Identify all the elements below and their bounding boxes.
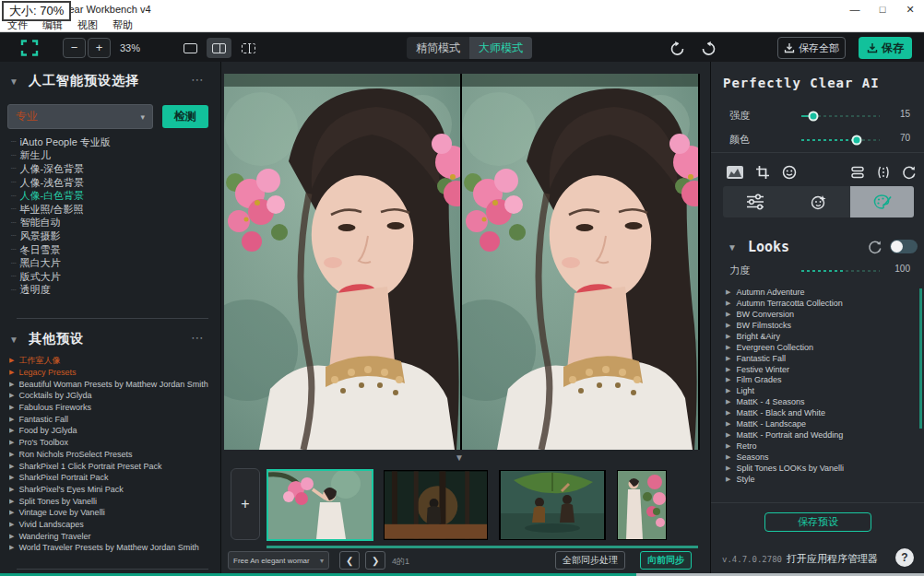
other-preset-item[interactable]: ▶ Fantastic Fall <box>9 413 218 425</box>
ai-preset-dropdown[interactable]: 专业 ▾ <box>7 104 153 129</box>
thumbnail-2[interactable] <box>384 470 488 540</box>
app-manager-link[interactable]: 打开应用程序管理器 <box>787 552 878 566</box>
look-item[interactable]: ▶ Evergreen Collection <box>726 342 915 353</box>
save-preset-button[interactable]: 保存预设 <box>764 512 871 532</box>
color-slider[interactable] <box>801 139 880 141</box>
other-preset-item[interactable]: ▶ World Traveler Presets by Matthew Jord… <box>9 542 218 554</box>
slider-thumb[interactable] <box>851 135 861 146</box>
look-item[interactable]: ▶ Style <box>726 474 915 485</box>
look-item[interactable]: ▶ MattK - Portrait and Wedding <box>726 429 915 441</box>
menu-item[interactable]: 视图 <box>77 18 98 32</box>
view-compare-button[interactable] <box>236 38 261 58</box>
look-item[interactable]: ▶ Seasons <box>726 452 915 463</box>
ai-preset-item[interactable]: ┄ 透明度 <box>11 284 209 298</box>
ai-preset-item[interactable]: ┄ 智能自动 <box>11 217 209 230</box>
flip-horizontal-button[interactable] <box>873 162 894 182</box>
crop-button[interactable] <box>752 162 773 182</box>
slider-thumb[interactable] <box>808 112 818 122</box>
look-item[interactable]: ▶ Retro <box>726 441 915 452</box>
ai-preset-item[interactable]: ┄ 新生儿 <box>11 149 209 163</box>
maximize-button[interactable]: □ <box>869 0 896 18</box>
other-preset-item[interactable]: ▶ SharkPixel Portrait Pack <box>9 472 218 484</box>
fit-screen-button[interactable] <box>20 38 41 58</box>
ai-preset-item[interactable]: ┄ 版式大片 <box>11 270 209 284</box>
ai-section-header[interactable]: ▼ 人工智能预设选择 <box>9 73 139 89</box>
look-item[interactable]: ▶ BW Conversion <box>726 309 915 320</box>
sync-forward-button[interactable]: 向前同步 <box>640 551 692 570</box>
ai-preset-item[interactable]: ┄ 风景摄影 <box>11 229 209 243</box>
ai-preset-item[interactable]: ┄ 人像-浅色背景 <box>11 176 209 190</box>
redo-button[interactable] <box>696 37 720 59</box>
other-preset-item[interactable]: ▶ Vintage Love by Vanelli <box>9 507 218 519</box>
ai-preset-item[interactable]: ┄ 人像-深色背景 <box>11 162 209 176</box>
previous-photo-button[interactable]: ❮ <box>339 551 360 570</box>
look-item[interactable]: ▶ MattK - Black and White <box>726 407 915 418</box>
ai-section-menu-dots[interactable]: ⋯ <box>185 71 209 88</box>
save-button[interactable]: 保存 <box>859 37 912 59</box>
looks-reset-button[interactable] <box>868 238 886 256</box>
tab-face-retouch[interactable] <box>787 186 850 217</box>
view-single-button[interactable] <box>178 38 203 58</box>
look-item[interactable]: ▶ BW Filmstocks <box>726 320 915 331</box>
ai-preset-item[interactable]: ┄ 人像-白色背景 <box>11 189 209 203</box>
add-photo-button[interactable]: + <box>231 468 260 540</box>
zoom-in-button[interactable]: + <box>88 38 111 58</box>
face-tools-button[interactable] <box>779 162 800 182</box>
looks-toggle[interactable] <box>890 240 918 253</box>
sync-all-button[interactable]: 全部同步处理 <box>555 551 625 570</box>
other-preset-item[interactable]: ▶ SharkPixel 1 Click Portrait Preset Pac… <box>9 460 218 472</box>
ai-preset-item[interactable]: ┄ 冬日雪景 <box>11 243 209 257</box>
flip-vertical-button[interactable] <box>847 162 868 182</box>
save-all-button[interactable]: 保存全部 <box>777 37 846 59</box>
ai-preset-item[interactable]: ┄ 黑白大片 <box>11 256 209 270</box>
looks-scrollbar[interactable] <box>919 288 922 429</box>
close-button[interactable]: ✕ <box>896 0 924 18</box>
help-button[interactable]: ? <box>895 548 914 567</box>
looks-strength-slider[interactable] <box>801 270 880 272</box>
mode-tab[interactable]: 精简模式 <box>407 37 469 59</box>
photo-after[interactable] <box>462 74 698 450</box>
photo-before[interactable] <box>224 74 460 450</box>
other-preset-item[interactable]: ▶ Wandering Traveler <box>9 530 218 542</box>
strength-slider[interactable] <box>801 115 880 117</box>
other-preset-item[interactable]: ▶ Split Tones by Vanelli <box>9 495 218 507</box>
other-preset-item[interactable]: ▶ 工作室人像 <box>9 355 218 367</box>
filmstrip-scrollbar[interactable] <box>267 546 698 548</box>
look-item[interactable]: ▶ Film Grades <box>726 375 915 386</box>
next-photo-button[interactable]: ❯ <box>365 551 385 570</box>
detect-button[interactable]: 检测 <box>162 105 208 128</box>
other-section-header[interactable]: ▼ 其他预设 <box>9 331 84 347</box>
other-preset-item[interactable]: ▶ Ron Nichols ProSelect Presets <box>9 449 218 461</box>
other-preset-item[interactable]: ▶ Vivid Landscapes <box>9 519 218 531</box>
ai-preset-item[interactable]: ┄ 毕业照/合影照 <box>11 203 209 217</box>
look-item[interactable]: ▶ Fantastic Fall <box>726 353 915 364</box>
other-preset-item[interactable]: ▶ Pro's Toolbox <box>9 437 218 449</box>
look-item[interactable]: ▶ MattK - 4 Seasons <box>726 396 915 407</box>
look-item[interactable]: ▶ Light <box>726 385 915 396</box>
other-section-menu-dots[interactable]: ⋯ <box>185 329 209 346</box>
thumbnail-1[interactable] <box>267 469 373 541</box>
undo-button[interactable] <box>666 37 690 59</box>
other-preset-item[interactable]: ▶ Fabulous Fireworks <box>9 402 218 414</box>
rotate-button[interactable] <box>899 162 919 182</box>
other-preset-item[interactable]: ▶ SharkPixel's Eyes Mini Pack <box>9 484 218 496</box>
look-item[interactable]: ▶ Split Tones LOOKs by Vanelli <box>726 463 915 474</box>
look-item[interactable]: ▶ Bright &Airy <box>726 331 915 342</box>
look-item[interactable]: ▶ Autumn Adventure <box>726 287 915 298</box>
other-preset-item[interactable]: ▶ Beautiful Woman Presets by Matthew Jor… <box>9 378 218 390</box>
other-preset-item[interactable]: ▶ Legacy Presets <box>9 367 218 379</box>
tab-looks[interactable] <box>850 186 914 217</box>
looks-section-header[interactable]: ▼ Looks <box>728 239 789 255</box>
other-preset-item[interactable]: ▶ Food by JGlyda <box>9 425 218 437</box>
thumbnail-4[interactable] <box>617 470 667 540</box>
look-item[interactable]: ▶ MattK - Landscape <box>726 418 915 429</box>
ai-preset-item[interactable]: ┄ iAuto People 专业版 <box>11 135 209 149</box>
thumbnail-3[interactable] <box>499 470 606 540</box>
look-item[interactable]: ▶ Autumn Terracotta Collection <box>726 298 915 309</box>
minimize-button[interactable]: — <box>841 0 869 18</box>
zoom-out-button[interactable]: − <box>63 38 86 58</box>
look-item[interactable]: ▶ Festive Winter <box>726 364 915 375</box>
filmstrip-collapse-arrow[interactable]: ▼ <box>455 453 464 463</box>
file-dropdown[interactable]: Free An elegant womar ▾ <box>228 551 329 570</box>
other-preset-item[interactable]: ▶ Cocktails by JGlyda <box>9 390 218 402</box>
